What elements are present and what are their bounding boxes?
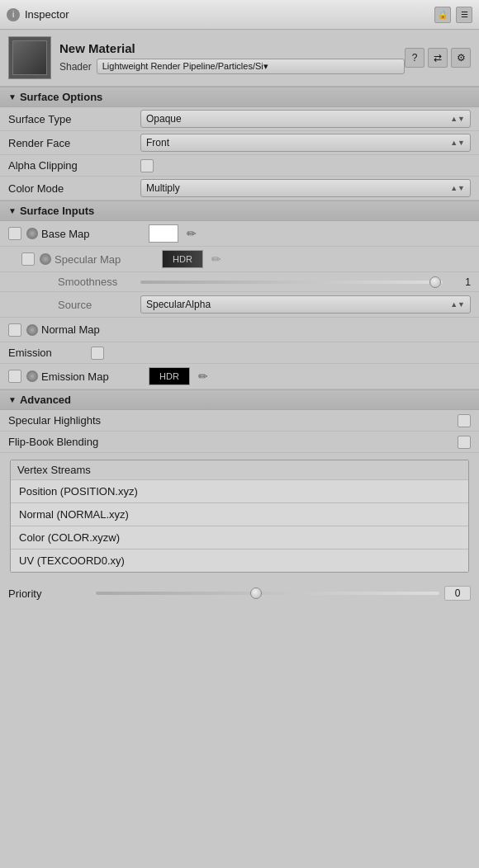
title-bar-title: Inspector xyxy=(25,8,69,21)
emission-label: Emission xyxy=(8,347,91,359)
specular-map-label: Specular Map xyxy=(55,253,162,266)
base-map-row: Base Map ✏ xyxy=(0,221,479,247)
emission-checkbox[interactable] xyxy=(91,347,104,360)
stream-item-normal[interactable]: Normal (NORMAL.xyz) xyxy=(11,503,468,526)
stream-item-position[interactable]: Position (POSITION.xyz) xyxy=(11,480,468,503)
surface-type-value: Opaque xyxy=(146,113,182,125)
flipbook-blending-label: Flip-Book Blending xyxy=(8,436,458,448)
render-face-arrow: ▲▼ xyxy=(450,139,465,147)
vertex-streams-header: Vertex Streams xyxy=(11,460,468,480)
normal-map-checkbox[interactable] xyxy=(8,323,21,337)
settings-button[interactable]: ⚙ xyxy=(451,48,471,68)
material-info: New Material Shader Lightweight Render P… xyxy=(59,41,405,74)
stream-item-uv[interactable]: UV (TEXCOORD0.xy) xyxy=(11,550,468,572)
title-bar-right: 🔒 ☰ xyxy=(434,7,472,23)
surface-type-label: Surface Type xyxy=(8,113,140,125)
base-map-swatch[interactable] xyxy=(149,224,178,243)
surface-type-arrow: ▲▼ xyxy=(450,115,465,123)
smoothness-track xyxy=(140,281,443,284)
surface-options-title: Surface Options xyxy=(20,91,102,103)
emission-row: Emission xyxy=(0,342,479,364)
color-mode-select[interactable]: Multiply ▲▼ xyxy=(140,179,471,197)
smoothness-row: Smoothness 1 xyxy=(0,272,479,292)
emission-map-row: Emission Map HDR ✏ xyxy=(0,364,479,389)
smoothness-value: 1 xyxy=(448,276,471,288)
color-mode-arrow: ▲▼ xyxy=(450,184,465,192)
alpha-clipping-row: Alpha Clipping xyxy=(0,155,479,177)
shader-select[interactable]: Lightweight Render Pipeline/Particles/Si… xyxy=(97,59,405,74)
flipbook-blending-row: Flip-Book Blending xyxy=(0,432,479,453)
priority-row: Priority 0 xyxy=(0,579,479,607)
advanced-arrow: ▼ xyxy=(8,395,17,404)
vertex-streams-container: Vertex Streams Position (POSITION.xyz) N… xyxy=(10,460,469,573)
emission-map-label: Emission Map xyxy=(41,370,149,383)
base-map-label: Base Map xyxy=(41,228,149,240)
smoothness-thumb[interactable] xyxy=(429,276,441,288)
material-header: New Material Shader Lightweight Render P… xyxy=(0,30,479,87)
surface-inputs-body: Base Map ✏ Specular Map HDR ✏ Smoothness… xyxy=(0,221,479,389)
base-map-edit-icon[interactable]: ✏ xyxy=(183,225,200,242)
material-preview-inner xyxy=(12,40,47,75)
priority-value[interactable]: 0 xyxy=(444,586,471,601)
render-face-select[interactable]: Front ▲▼ xyxy=(140,134,471,152)
alpha-clipping-checkbox[interactable] xyxy=(140,159,154,172)
color-mode-row: Color Mode Multiply ▲▼ xyxy=(0,177,479,200)
source-label: Source xyxy=(58,299,140,311)
color-mode-control: Multiply ▲▼ xyxy=(140,179,471,197)
base-map-icon xyxy=(26,228,38,239)
smoothness-slider-container: 1 xyxy=(140,276,471,288)
priority-label: Priority xyxy=(8,587,91,600)
specular-highlights-row: Specular Highlights xyxy=(0,410,479,432)
source-arrow: ▲▼ xyxy=(450,300,465,309)
material-header-icons: ? ⇄ ⚙ xyxy=(405,48,471,68)
advanced-title: Advanced xyxy=(20,394,71,406)
menu-button[interactable]: ☰ xyxy=(456,7,472,23)
lock-button[interactable]: 🔒 xyxy=(434,7,451,23)
help-button[interactable]: ? xyxy=(405,48,424,68)
material-preview xyxy=(8,36,51,79)
emission-map-icon xyxy=(26,370,38,382)
render-face-row: Render Face Front ▲▼ xyxy=(0,131,479,155)
emission-map-swatch[interactable]: HDR xyxy=(149,367,190,385)
specular-map-row: Specular Map HDR ✏ xyxy=(0,247,479,272)
source-select[interactable]: SpecularAlpha ▲▼ xyxy=(140,295,471,314)
base-map-checkbox[interactable] xyxy=(8,227,21,240)
shader-row: Shader Lightweight Render Pipeline/Parti… xyxy=(59,59,405,74)
normal-map-label: Normal Map xyxy=(41,323,149,336)
title-bar-left: i Inspector xyxy=(7,8,69,21)
emission-map-checkbox[interactable] xyxy=(8,370,21,383)
title-bar: i Inspector 🔒 ☰ xyxy=(0,0,479,30)
priority-slider xyxy=(91,592,444,595)
priority-track xyxy=(96,592,439,595)
surface-inputs-header[interactable]: ▼ Surface Inputs xyxy=(0,200,479,221)
alpha-clipping-control xyxy=(140,159,471,172)
specular-highlights-checkbox[interactable] xyxy=(458,414,471,427)
stream-item-color[interactable]: Color (COLOR.xyzw) xyxy=(11,526,468,550)
specular-map-hdr[interactable]: HDR xyxy=(162,250,203,268)
specular-map-checkbox[interactable] xyxy=(21,252,35,266)
swap-button[interactable]: ⇄ xyxy=(428,48,448,68)
color-mode-value: Multiply xyxy=(146,182,180,194)
advanced-header[interactable]: ▼ Advanced xyxy=(0,389,479,410)
priority-thumb[interactable] xyxy=(250,587,262,599)
normal-map-icon xyxy=(26,324,38,336)
inspector-icon: i xyxy=(7,8,20,21)
color-mode-label: Color Mode xyxy=(8,182,140,195)
surface-type-row: Surface Type Opaque ▲▼ xyxy=(0,107,479,131)
specular-map-edit-icon[interactable]: ✏ xyxy=(208,251,225,267)
render-face-control: Front ▲▼ xyxy=(140,134,471,152)
flipbook-blending-checkbox[interactable] xyxy=(458,436,471,449)
surface-inputs-arrow: ▼ xyxy=(8,206,17,215)
normal-map-row: Normal Map xyxy=(0,318,479,342)
alpha-clipping-label: Alpha Clipping xyxy=(8,159,140,172)
source-row: Source SpecularAlpha ▲▼ xyxy=(0,292,479,318)
smoothness-label: Smoothness xyxy=(58,276,140,288)
specular-map-icon xyxy=(40,253,51,265)
material-name: New Material xyxy=(59,41,405,55)
shader-label: Shader xyxy=(59,61,92,73)
surface-options-header[interactable]: ▼ Surface Options xyxy=(0,87,479,107)
surface-inputs-title: Surface Inputs xyxy=(20,205,94,217)
surface-options-arrow: ▼ xyxy=(8,92,17,101)
emission-map-edit-icon[interactable]: ✏ xyxy=(195,368,211,384)
surface-type-select[interactable]: Opaque ▲▼ xyxy=(140,110,471,128)
